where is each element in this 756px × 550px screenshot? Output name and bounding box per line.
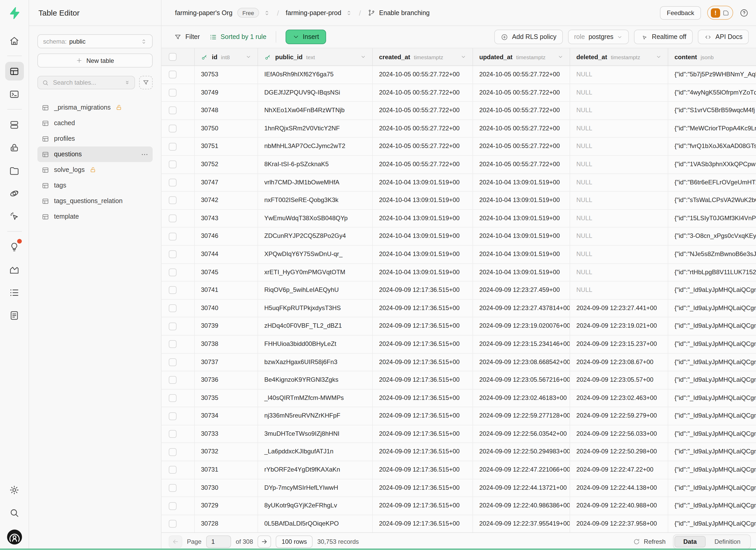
supabase-logo-icon[interactable] (8, 6, 21, 20)
cell-id[interactable]: 30742 (195, 192, 258, 209)
cell-created-at[interactable]: 2024-10-04 13:09:01.519+00 (373, 246, 473, 263)
cell-deleted-at[interactable]: NULL (570, 120, 668, 137)
nav-table-editor[interactable] (5, 62, 24, 81)
cell-public-id[interactable]: ZDCunRYJP2CQ5Z8Po2Gy4 (258, 228, 373, 245)
prev-page-button[interactable] (169, 535, 182, 548)
cell-updated-at[interactable]: 2024-10-05 00:55:27.722+00 (473, 120, 570, 137)
cell-content[interactable]: {"id":"S1vrVC5BrB59wqcM4fj (668, 102, 756, 119)
cell-created-at[interactable]: 2024-09-09 12:17:36.515+00 (373, 443, 473, 461)
page-input[interactable] (206, 535, 231, 548)
row-checkbox[interactable] (169, 358, 177, 366)
cell-public-id[interactable]: _La6pddxcKJIbgufATJ1n (258, 443, 373, 461)
cell-created-at[interactable]: 2024-10-04 13:09:01.519+00 (373, 210, 473, 227)
nav-settings[interactable] (5, 480, 24, 499)
nav-sql-editor[interactable] (5, 85, 24, 103)
cell-deleted-at[interactable]: 2024-09-09 12:22:37.958+00 (570, 515, 668, 533)
cell-id[interactable]: 30733 (195, 425, 258, 443)
row-checkbox[interactable] (169, 125, 177, 132)
cell-updated-at[interactable]: 2024-10-05 00:55:27.722+00 (473, 138, 570, 155)
nav-storage[interactable] (5, 161, 24, 180)
cell-content[interactable]: {"id":"_Id9aLyJpMHQLaiQCgn (668, 371, 756, 389)
cell-public-id[interactable]: XPQwDIqY6Y75SwDnU-qr_ (258, 246, 373, 263)
cell-public-id[interactable]: rYbORF2e4YgDt9fKAXaKn (258, 461, 373, 479)
feedback-button[interactable]: Feedback (660, 6, 701, 19)
nav-database[interactable] (5, 115, 24, 134)
cell-content[interactable]: {"id":"_Id9aLyJpMHQLaiQCgn (668, 515, 756, 533)
column-header-public_id[interactable]: public_idtext (258, 48, 373, 65)
cell-content[interactable]: {"id":"_Id9aLyJpMHQLaiQCgn (668, 443, 756, 461)
cell-id[interactable]: 30749 (195, 84, 258, 101)
cell-content[interactable]: {"id":"15LSIyT0JGMf3KI4VnPd (668, 210, 756, 227)
row-checkbox[interactable] (169, 502, 177, 510)
cell-id[interactable]: 30734 (195, 407, 258, 425)
cell-public-id[interactable]: RiqOV6p_5wihLeIAEQyhU (258, 281, 373, 299)
cell-updated-at[interactable]: 2024-09-09 12:23:15.234146+00 (473, 336, 570, 353)
filter-tables-button[interactable] (139, 76, 153, 89)
cell-id[interactable]: 30748 (195, 102, 258, 119)
cell-created-at[interactable]: 2024-10-05 00:55:27.722+00 (373, 120, 473, 137)
cell-created-at[interactable]: 2024-09-09 12:17:36.515+00 (373, 497, 473, 515)
cell-deleted-at[interactable]: 2024-09-09 12:23:08.67+00 (570, 353, 668, 371)
cell-created-at[interactable]: 2024-09-09 12:17:36.515+00 (373, 299, 473, 317)
cell-id[interactable]: 30753 (195, 66, 258, 83)
row-checkbox[interactable] (169, 250, 177, 258)
cell-deleted-at[interactable]: 2024-09-09 12:23:05.57+00 (570, 371, 668, 389)
row-checkbox[interactable] (169, 448, 177, 456)
cell-updated-at[interactable]: 2024-09-09 12:22:56.03542+00 (473, 425, 570, 443)
cell-updated-at[interactable]: 2024-09-09 12:23:27.437814+00 (473, 299, 570, 317)
cell-public-id[interactable]: DYp-7mcyMSIrHefLYIwwH (258, 479, 373, 497)
cell-updated-at[interactable]: 2024-09-09 12:23:08.668542+00 (473, 353, 570, 371)
cell-deleted-at[interactable]: NULL (570, 192, 668, 209)
chevrons-up-down-icon[interactable] (264, 9, 270, 16)
cell-id[interactable]: 30751 (195, 138, 258, 155)
cell-public-id[interactable]: xrETI_HyGY0mPMGVqtOTM (258, 264, 373, 281)
sidebar-table-cached[interactable]: cached (37, 115, 153, 131)
row-checkbox[interactable] (169, 269, 177, 276)
cell-public-id[interactable]: NhXEo1Xw04FnB4RzWTNjb (258, 102, 373, 119)
new-table-button[interactable]: New table (37, 53, 153, 68)
cell-public-id[interactable]: 1hnRQjxSRm2V0VticY2NF (258, 120, 373, 137)
cell-created-at[interactable]: 2024-09-09 12:17:36.515+00 (373, 515, 473, 533)
row-checkbox[interactable] (169, 322, 177, 330)
row-checkbox[interactable] (169, 286, 177, 294)
cell-deleted-at[interactable]: 2024-09-09 12:22:40.988+00 (570, 497, 668, 515)
insert-button[interactable]: Insert (286, 30, 326, 44)
cell-public-id[interactable]: IEfA0sRh9hIXf62Y6ga75 (258, 66, 373, 83)
chevrons-up-down-icon[interactable] (346, 9, 352, 16)
cell-public-id[interactable]: zHDq4c0F0VBF_TL2_dBZ1 (258, 318, 373, 335)
nav-home[interactable] (5, 31, 24, 50)
cell-public-id[interactable]: 8yUKotr9qGYjK2eFRhgLv (258, 497, 373, 515)
cell-content[interactable]: {"id":"_Id9aLyJpMHQLaiQCgn (668, 479, 756, 497)
cell-created-at[interactable]: 2024-10-05 00:55:27.722+00 (373, 138, 473, 155)
column-header-created_at[interactable]: created_attimestamptz (373, 48, 473, 65)
cell-deleted-at[interactable]: NULL (570, 156, 668, 173)
chevron-down-icon[interactable] (656, 54, 661, 60)
row-checkbox[interactable] (169, 232, 177, 240)
cell-updated-at[interactable]: 2024-10-04 13:09:01.519+00 (473, 246, 570, 263)
cell-public-id[interactable]: nbMhHL3AP7OcCJymc2wT2 (258, 138, 373, 155)
refresh-button[interactable]: Refresh (633, 538, 666, 545)
cell-created-at[interactable]: 2024-10-05 00:55:27.722+00 (373, 66, 473, 83)
cell-created-at[interactable]: 2024-09-09 12:17:36.515+00 (373, 281, 473, 299)
cell-updated-at[interactable]: 2024-09-09 12:23:02.46183+00 (473, 389, 570, 407)
cell-created-at[interactable]: 2024-10-05 00:55:27.722+00 (373, 84, 473, 101)
cell-updated-at[interactable]: 2024-09-09 12:23:05.567216+00 (473, 371, 570, 389)
sidebar-table-questions[interactable]: questions (37, 146, 153, 162)
select-all-checkbox[interactable] (169, 53, 177, 61)
cell-deleted-at[interactable]: 2024-09-09 12:23:02.463+00 (570, 389, 668, 407)
cell-updated-at[interactable]: 2024-10-05 00:55:27.722+00 (473, 66, 570, 83)
add-rls-policy-button[interactable]: Add RLS policy (494, 30, 563, 44)
cell-content[interactable]: {"id":"4wyNgK55lOfrpmYZoTd (668, 84, 756, 101)
cell-id[interactable]: 30741 (195, 281, 258, 299)
cell-updated-at[interactable]: 2024-10-05 00:55:27.722+00 (473, 156, 570, 173)
project-name[interactable]: farming-paper-prod (286, 9, 341, 16)
cell-updated-at[interactable]: 2024-09-09 12:22:50.294983+00 (473, 443, 570, 461)
cell-public-id[interactable]: H5uqFKpRUTPkjxdysT3HS (258, 299, 373, 317)
cell-id[interactable]: 30729 (195, 497, 258, 515)
sidebar-table-tags[interactable]: tags (37, 178, 153, 193)
cell-created-at[interactable]: 2024-09-09 12:17:36.515+00 (373, 461, 473, 479)
cell-deleted-at[interactable]: 2024-09-09 12:22:44.138+00 (570, 479, 668, 497)
nav-reports[interactable] (5, 260, 24, 279)
cell-created-at[interactable]: 2024-09-09 12:17:36.515+00 (373, 353, 473, 371)
cell-deleted-at[interactable]: NULL (570, 66, 668, 83)
